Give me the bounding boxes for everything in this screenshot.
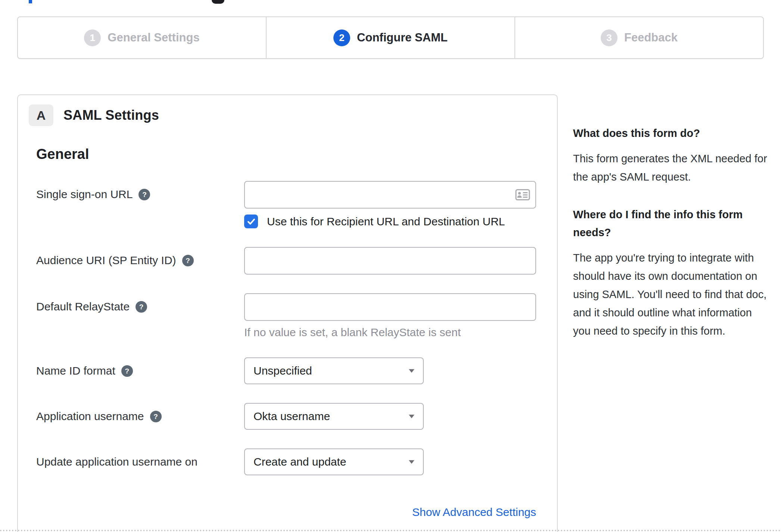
- field-label: Single sign-on URL: [36, 187, 133, 202]
- help-sidebar: What does this form do? This form genera…: [573, 124, 768, 340]
- audience-uri-input[interactable]: [244, 247, 536, 275]
- select-value: Create and update: [253, 456, 346, 468]
- wizard-stepper: 1 General Settings 2 Configure SAML 3 Fe…: [17, 16, 764, 59]
- help-icon[interactable]: ?: [121, 365, 133, 377]
- section-divider: [0, 530, 781, 531]
- field-row-update-username-on: Update application username on Create an…: [36, 448, 536, 475]
- cropped-icon-fragment: [212, 0, 224, 4]
- contact-card-icon[interactable]: [515, 189, 530, 201]
- step-general-settings[interactable]: 1 General Settings: [18, 17, 266, 58]
- field-row-relaystate: Default RelayState ? If no value is set,…: [36, 293, 536, 339]
- sidebar-body: The app you're trying to integrate with …: [573, 249, 768, 340]
- recipient-url-checkbox-row: Use this for Recipient URL and Destinati…: [244, 215, 536, 228]
- panel-title: SAML Settings: [63, 107, 159, 123]
- application-username-select[interactable]: Okta username: [244, 403, 424, 430]
- relaystate-input[interactable]: [244, 293, 536, 321]
- sidebar-heading: Where do I find the info this form needs…: [573, 206, 768, 241]
- sidebar-section-where: Where do I find the info this form needs…: [573, 206, 768, 340]
- field-label: Name ID format: [36, 363, 115, 378]
- step-label: General Settings: [108, 31, 199, 44]
- section-a-badge: A: [29, 104, 53, 126]
- step-number-badge: 3: [601, 29, 617, 46]
- chevron-down-icon: [408, 414, 415, 419]
- sidebar-body: This form generates the XML needed for t…: [573, 150, 768, 186]
- sso-url-input[interactable]: [244, 181, 536, 209]
- checkbox-label: Use this for Recipient URL and Destinati…: [267, 215, 505, 228]
- name-id-format-select[interactable]: Unspecified: [244, 357, 424, 384]
- field-row-application-username: Application username ? Okta username: [36, 403, 536, 430]
- section-heading: General: [36, 146, 536, 162]
- help-icon[interactable]: ?: [139, 189, 150, 200]
- field-label: Application username: [36, 409, 144, 424]
- chevron-down-icon: [408, 460, 415, 464]
- step-feedback[interactable]: 3 Feedback: [514, 17, 763, 58]
- step-label: Configure SAML: [357, 31, 448, 44]
- saml-general-form: General Single sign-on URL ?: [36, 146, 536, 519]
- field-label: Default RelayState: [36, 299, 130, 314]
- chevron-down-icon: [408, 369, 415, 373]
- field-label: Audience URI (SP Entity ID): [36, 253, 176, 268]
- step-label: Feedback: [624, 31, 678, 44]
- cropped-logo-fragment: [29, 0, 32, 3]
- sidebar-heading: What does this form do?: [573, 124, 768, 142]
- select-value: Unspecified: [253, 364, 312, 377]
- step-number-badge: 1: [84, 29, 101, 46]
- update-username-on-select[interactable]: Create and update: [244, 448, 424, 475]
- select-value: Okta username: [253, 410, 330, 423]
- relaystate-hint: If no value is set, a blank RelayState i…: [244, 326, 536, 339]
- help-icon[interactable]: ?: [182, 255, 194, 266]
- recipient-url-checkbox[interactable]: [244, 215, 258, 228]
- help-icon[interactable]: ?: [136, 301, 147, 313]
- step-number-badge: 2: [333, 29, 350, 46]
- show-advanced-settings-link[interactable]: Show Advanced Settings: [412, 506, 536, 518]
- field-row-audience-uri: Audience URI (SP Entity ID) ?: [36, 247, 536, 275]
- step-configure-saml[interactable]: 2 Configure SAML: [266, 17, 514, 58]
- help-icon[interactable]: ?: [150, 411, 162, 422]
- field-row-name-id-format: Name ID format ? Unspecified: [36, 357, 536, 384]
- sidebar-section-what: What does this form do? This form genera…: [573, 124, 768, 186]
- checkmark-icon: [247, 217, 256, 226]
- saml-settings-panel: A SAML Settings General Single sign-on U…: [17, 94, 558, 532]
- field-row-sso-url: Single sign-on URL ?: [36, 181, 536, 228]
- panel-header: A SAML Settings: [29, 104, 557, 126]
- field-label: Update application username on: [36, 454, 197, 469]
